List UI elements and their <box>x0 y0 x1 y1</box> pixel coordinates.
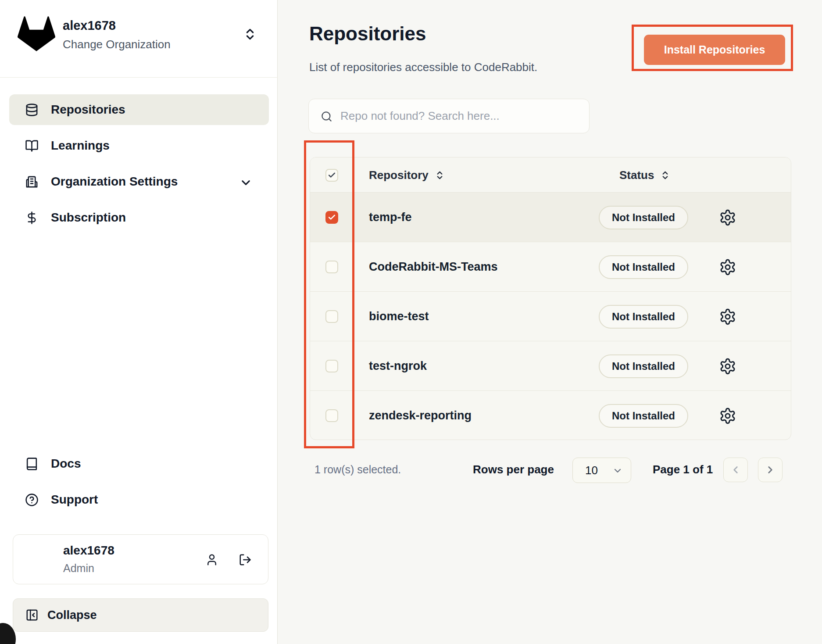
row-checkbox[interactable] <box>325 211 338 224</box>
check-icon <box>328 213 336 222</box>
gear-icon <box>719 358 736 375</box>
help-icon <box>25 493 39 507</box>
sidebar-item-label: Repositories <box>51 103 125 117</box>
row-settings-button[interactable] <box>719 308 736 326</box>
row-settings-button[interactable] <box>719 358 736 375</box>
gitlab-logo-icon <box>16 13 57 54</box>
page-subtitle: List of repositories accessible to CodeR… <box>309 61 537 74</box>
gear-icon <box>719 209 736 226</box>
sidebar-item-label: Subscription <box>51 211 126 225</box>
page-indicator: Page 1 of 1 <box>653 463 713 476</box>
chevron-down-icon <box>612 465 623 476</box>
sidebar-item-subscription[interactable]: Subscription <box>9 202 269 233</box>
logout-icon <box>239 553 252 566</box>
gear-icon <box>719 407 736 425</box>
check-icon <box>328 263 336 271</box>
org-switcher[interactable]: alex1678 Change Organization <box>0 0 278 77</box>
rows-per-page-select[interactable]: 10 <box>572 458 631 483</box>
status-badge: Not Installed <box>599 305 688 329</box>
gear-icon <box>719 308 736 326</box>
repo-search-input[interactable] <box>340 99 582 133</box>
next-page-button[interactable] <box>758 458 783 482</box>
row-settings-button[interactable] <box>719 258 736 276</box>
dollar-icon <box>25 211 39 225</box>
sidebar-item-label: Organization Settings <box>51 175 178 189</box>
search-icon <box>321 111 332 122</box>
row-settings-button[interactable] <box>719 209 736 226</box>
table-header-row: Repository Status <box>310 157 791 193</box>
sidebar: alex1678 Change Organization Repositorie… <box>0 0 278 644</box>
row-settings-button[interactable] <box>719 407 736 425</box>
page-title: Repositories <box>309 23 426 45</box>
sidebar-item-label: Learnings <box>51 139 110 153</box>
column-header-repository[interactable]: Repository <box>369 157 445 193</box>
status-badge: Not Installed <box>599 404 688 428</box>
collapse-label: Collapse <box>47 608 97 622</box>
rows-selected-text: 1 row(s) selected. <box>315 463 401 476</box>
chevron-right-icon <box>765 464 776 476</box>
logout-button[interactable] <box>239 553 252 566</box>
sidebar-item-docs[interactable]: Docs <box>9 448 269 479</box>
table-row: temp-fe Not Installed <box>310 193 791 242</box>
repository-name: test-ngrok <box>369 341 427 391</box>
sidebar-divider <box>0 77 278 78</box>
sort-icon <box>435 170 445 180</box>
check-icon <box>328 312 336 321</box>
user-card: alex1678 Admin <box>13 534 268 584</box>
status-badge: Not Installed <box>599 255 688 279</box>
row-checkbox[interactable] <box>325 360 338 372</box>
user-name: alex1678 <box>63 544 114 558</box>
database-icon <box>25 103 39 117</box>
sidebar-item-label: Support <box>51 493 98 507</box>
row-checkbox[interactable] <box>325 409 338 422</box>
check-icon <box>328 411 336 420</box>
column-header-status[interactable]: Status <box>619 157 670 193</box>
profile-button[interactable] <box>205 553 218 566</box>
table-row: zendesk-reporting Not Installed <box>310 391 791 440</box>
check-icon <box>328 362 336 370</box>
repository-name: temp-fe <box>369 193 412 242</box>
chevrons-up-down-icon[interactable] <box>243 27 257 41</box>
panel-left-close-icon <box>25 608 39 622</box>
table-row: test-ngrok Not Installed <box>310 341 791 391</box>
docs-icon <box>25 457 39 471</box>
sidebar-item-learnings[interactable]: Learnings <box>9 130 269 161</box>
change-organization-label: Change Organization <box>63 38 171 51</box>
row-checkbox[interactable] <box>325 310 338 323</box>
repositories-table: Repository Status temp-fe Not Installed … <box>310 157 791 440</box>
org-name: alex1678 <box>63 18 116 33</box>
sort-icon <box>660 170 670 180</box>
status-badge: Not Installed <box>599 206 688 229</box>
install-repositories-button[interactable]: Install Repositories <box>644 35 785 65</box>
repo-search <box>308 99 590 133</box>
repository-name: CodeRabbit-MS-Teams <box>369 242 498 292</box>
gear-icon <box>719 258 736 276</box>
row-checkbox[interactable] <box>325 261 338 273</box>
rows-per-page-label: Rows per page <box>473 463 554 476</box>
chevron-left-icon <box>730 464 741 476</box>
collapse-sidebar-button[interactable]: Collapse <box>13 598 268 632</box>
check-icon <box>328 171 336 179</box>
user-role: Admin <box>63 562 94 575</box>
repository-name: biome-test <box>369 292 429 341</box>
avatar <box>21 543 54 576</box>
select-all-checkbox[interactable] <box>325 169 338 182</box>
sidebar-item-support[interactable]: Support <box>9 484 269 515</box>
previous-page-button[interactable] <box>723 458 748 482</box>
table-row: CodeRabbit-MS-Teams Not Installed <box>310 242 791 292</box>
repository-name: zendesk-reporting <box>369 391 472 440</box>
rows-per-page-value: 10 <box>585 464 598 477</box>
table-row: biome-test Not Installed <box>310 292 791 341</box>
user-icon <box>205 553 218 566</box>
sidebar-item-repositories[interactable]: Repositories <box>9 94 269 125</box>
sidebar-item-organization-settings[interactable]: Organization Settings <box>9 166 269 197</box>
book-open-icon <box>25 139 39 153</box>
building-icon <box>25 175 39 189</box>
chevron-down-icon <box>239 176 253 190</box>
status-badge: Not Installed <box>599 354 688 378</box>
sidebar-item-label: Docs <box>51 457 81 471</box>
